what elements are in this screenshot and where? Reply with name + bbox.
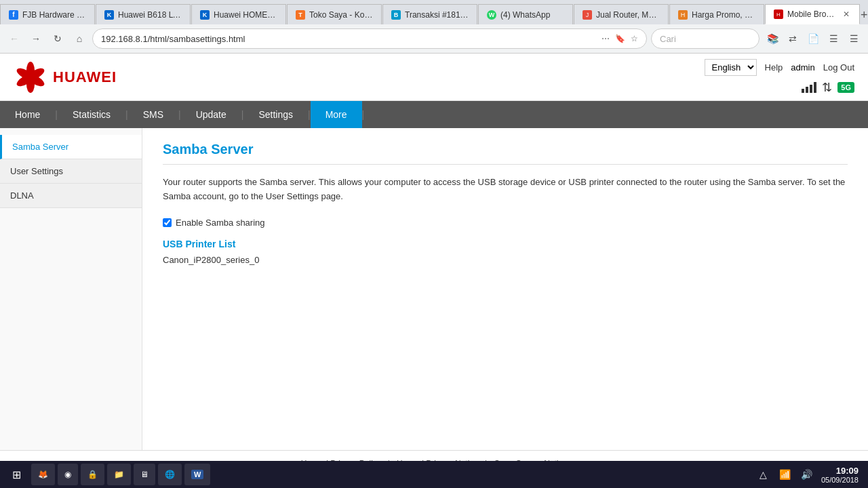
header-top-right: English Help admin Log Out (705, 59, 854, 76)
tab-label-toko: Toko Saya - Kon... (309, 10, 373, 20)
tab-label-mobile: Mobile Broadba... (787, 9, 839, 19)
nav-settings[interactable]: Settings (243, 101, 308, 128)
huawei-logo: HUAWEI (14, 60, 117, 94)
enable-samba-checkbox[interactable] (163, 218, 172, 227)
nav-statistics[interactable]: Statistics (58, 101, 125, 128)
library-icon[interactable]: 📚 (764, 30, 781, 47)
tab-favicon-k1: K (104, 10, 114, 20)
sidebar-toggle-icon[interactable]: ☰ (825, 30, 842, 47)
signal-bar-3 (810, 85, 812, 93)
signal-bar-2 (806, 87, 808, 93)
header-right: English Help admin Log Out ⇅ 5G (705, 59, 854, 95)
browser-tabs: f FJB Hardware Co... K Huawei B618 LTE K… (0, 0, 868, 24)
tab-label-wa: (4) WhatsApp (500, 10, 564, 20)
tab-transaksi[interactable]: B Transaksi #18110 (382, 4, 477, 24)
word-icon: W (191, 470, 203, 479)
address-text: 192.168.8.1/html/sambasettings.html (101, 34, 601, 44)
help-link[interactable]: Help (765, 62, 783, 73)
new-tab-button[interactable]: + (861, 5, 868, 24)
logout-link[interactable]: Log Out (823, 62, 854, 73)
enable-samba-row: Enable Samba sharing (163, 218, 848, 228)
taskbar: ⊞ 🦊 ◉ 🔒 📁 🖥 🌐 W △ 📶 🔊 19:09 05/09/2018 (0, 461, 868, 488)
tab-harga[interactable]: H Harga Promo, V... (669, 4, 764, 24)
samba-description: Your router supports the Samba server. T… (163, 176, 848, 204)
sidebar-item-samba-server[interactable]: Samba Server (0, 135, 142, 159)
star-icon[interactable]: ☆ (631, 34, 638, 43)
tab-mobile[interactable]: H Mobile Broadba... ✕ (765, 4, 860, 24)
address-bar[interactable]: 192.168.8.1/html/sambasettings.html ⋯ 🔖 … (92, 28, 647, 49)
data-transfer-icon[interactable]: ⇅ (822, 80, 832, 95)
tab-huawei-b618[interactable]: K Huawei B618 LTE (96, 4, 191, 24)
search-placeholder: Cari (660, 34, 676, 44)
tab-jual[interactable]: J Jual Router, Mo... (574, 4, 669, 24)
taskbar-right: △ 📶 🔊 19:09 05/09/2018 (756, 466, 864, 484)
enable-samba-label[interactable]: Enable Samba sharing (176, 218, 265, 228)
browser-toolbar: ← → ↻ ⌂ 192.168.8.1/html/sambasettings.h… (0, 24, 868, 53)
bookmark-icon[interactable]: 🔖 (615, 34, 625, 43)
taskbar-network-status-icon[interactable]: 📶 (778, 467, 793, 482)
taskbar-app-chrome[interactable]: ◉ (58, 464, 78, 485)
security-icon: 🔒 (87, 470, 98, 479)
main-nav: Home | Statistics | SMS | Update | Setti… (0, 101, 868, 128)
section-title: Samba Server (163, 142, 848, 165)
chrome-icon: ◉ (64, 470, 71, 479)
tab-huawei-home[interactable]: K Huawei HOME B... (191, 4, 286, 24)
reload-button[interactable]: ↻ (49, 30, 66, 47)
tab-close-mobile[interactable]: ✕ (842, 8, 851, 20)
usb-printer-list-title[interactable]: USB Printer List (163, 239, 848, 249)
signal-bar-4 (814, 82, 816, 93)
nav-home[interactable]: Home (0, 101, 55, 128)
page-header: HUAWEI English Help admin Log Out ⇅ 5G (0, 54, 868, 101)
taskbar-app-firefox[interactable]: 🦊 (31, 464, 55, 485)
tab-label-fb: FJB Hardware Co... (22, 10, 86, 20)
back-button[interactable]: ← (5, 30, 23, 47)
address-icons: ⋯ 🔖 ☆ (601, 34, 638, 43)
taskbar-app-security[interactable]: 🔒 (81, 464, 104, 485)
nav-sms[interactable]: SMS (128, 101, 178, 128)
tab-favicon-wa: W (487, 10, 496, 20)
tab-whatsapp[interactable]: W (4) WhatsApp (478, 4, 573, 24)
signal-bars (802, 82, 816, 93)
search-bar[interactable]: Cari (651, 28, 760, 49)
tab-fb[interactable]: f FJB Hardware Co... (0, 4, 95, 24)
sync-icon[interactable]: ⇄ (784, 30, 802, 47)
reader-icon[interactable]: 📄 (804, 30, 822, 47)
taskbar-app-manager[interactable]: 🖥 (134, 464, 155, 485)
main-content: Samba Server Your router supports the Sa… (142, 128, 868, 450)
home-button[interactable]: ⌂ (71, 30, 88, 47)
sidebar-item-dlna[interactable]: DLNA (0, 184, 142, 208)
tab-favicon-mobile: H (774, 9, 783, 19)
current-date: 05/09/2018 (821, 476, 859, 484)
taskbar-up-icon[interactable]: △ (756, 467, 771, 482)
tab-favicon-toko: T (296, 10, 305, 20)
taskbar-app-word[interactable]: W (184, 464, 210, 485)
tab-toko[interactable]: T Toko Saya - Kon... (287, 4, 382, 24)
firefox-icon: 🦊 (38, 470, 48, 479)
files-icon: 📁 (114, 470, 124, 479)
admin-label: admin (791, 62, 814, 73)
network-type-badge[interactable]: 5G (837, 82, 854, 93)
sidebar-item-user-settings[interactable]: User Settings (0, 159, 142, 184)
language-select[interactable]: English (705, 59, 757, 76)
network-icon: 🌐 (165, 470, 175, 479)
taskbar-sound-icon[interactable]: 🔊 (800, 467, 814, 482)
tab-favicon-trx: B (391, 10, 401, 20)
page-wrapper: HUAWEI English Help admin Log Out ⇅ 5G (0, 54, 868, 488)
taskbar-app-network[interactable]: 🌐 (158, 464, 182, 485)
logo-text: HUAWEI (53, 68, 117, 86)
tab-label-harga: Harga Promo, V... (692, 10, 755, 20)
browser-chrome: f FJB Hardware Co... K Huawei B618 LTE K… (0, 0, 868, 54)
usb-printer-name: Canon_iP2800_series_0 (163, 255, 848, 265)
nav-update[interactable]: Update (181, 101, 241, 128)
content-area: Samba Server User Settings DLNA Samba Se… (0, 128, 868, 450)
forward-button[interactable]: → (27, 30, 45, 47)
tab-label-trx: Transaksi #18110 (405, 10, 469, 20)
nav-sep-6: | (362, 109, 365, 120)
taskbar-clock[interactable]: 19:09 05/09/2018 (821, 466, 859, 484)
tab-favicon-k2: K (200, 10, 210, 20)
more-icon[interactable]: ⋯ (601, 34, 610, 43)
taskbar-app-files[interactable]: 📁 (107, 464, 131, 485)
menu-icon[interactable]: ☰ (845, 30, 863, 47)
start-button[interactable]: ⊞ (4, 462, 28, 487)
nav-more[interactable]: More (311, 101, 362, 128)
